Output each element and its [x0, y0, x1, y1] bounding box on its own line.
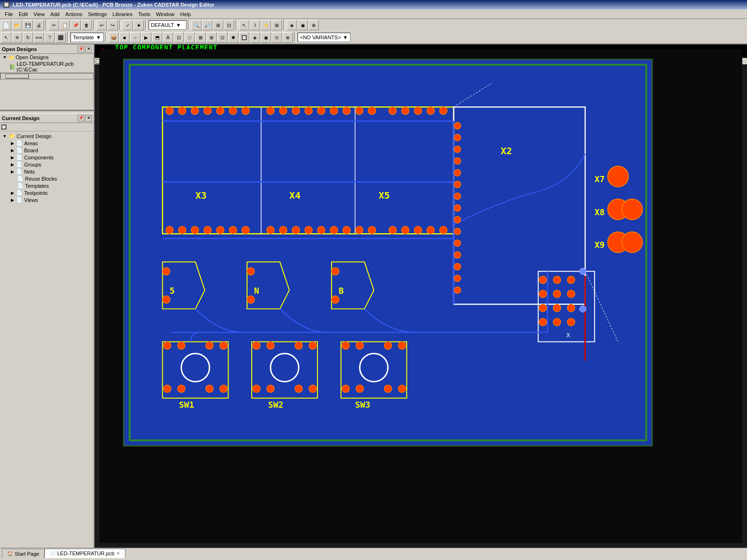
- svg-point-42: [178, 107, 186, 114]
- cdt-components[interactable]: ▶ 📄 Components: [1, 154, 93, 161]
- current-design-pin-btn[interactable]: 📌: [78, 115, 84, 122]
- svg-point-94: [454, 252, 461, 258]
- btn-misc3[interactable]: ⊗: [308, 20, 319, 30]
- cdt-testpoints[interactable]: ▶ 📄 Testpoints: [1, 189, 93, 196]
- cdt-areas-expand: ▶: [9, 140, 15, 146]
- svg-point-22: [580, 306, 586, 312]
- btn-mirror[interactable]: ⟺: [34, 32, 44, 43]
- btn-select[interactable]: ↖: [239, 20, 249, 30]
- btn-zoom-in[interactable]: 🔍: [191, 20, 202, 30]
- cdt-root-folder-icon: 📁: [9, 133, 15, 139]
- btn-t5[interactable]: ⊡: [174, 32, 184, 43]
- menu-actions[interactable]: Actions: [62, 10, 85, 18]
- open-designs-root[interactable]: ▼ 📁 Open Designs: [0, 54, 94, 61]
- menu-help[interactable]: Help: [177, 10, 194, 18]
- menu-libraries[interactable]: Libraries: [110, 10, 135, 18]
- cdt-views[interactable]: ▶ 📄 Views: [1, 196, 93, 203]
- pcb-canvas[interactable]: X3 X4 X5 X2 X7 X8 X6 X9 X1: [99, 49, 742, 543]
- btn-rotate[interactable]: ↻: [23, 32, 33, 43]
- btn-zoom-area[interactable]: ⊡: [224, 20, 234, 30]
- cdt-testpoints-expand: ▶: [9, 190, 15, 196]
- tab-pcb[interactable]: 📄 LED-TEMPERATUR.pcb ✕: [44, 549, 125, 558]
- btn-t4[interactable]: ⬒: [152, 32, 162, 43]
- btn-zoom-out[interactable]: 🔎: [202, 20, 212, 30]
- pcb-file-icon: 📗: [9, 64, 15, 70]
- cdt-reuse-blocks[interactable]: 📄 Reuse Blocks: [1, 175, 93, 182]
- btn-copy[interactable]: 📋: [60, 20, 70, 30]
- btn-undo[interactable]: ↩: [97, 20, 107, 30]
- btn-t12[interactable]: ◈: [250, 32, 260, 43]
- panel-close-btn[interactable]: ✕: [85, 46, 92, 52]
- btn-t3[interactable]: ▶: [141, 32, 151, 43]
- btn-print[interactable]: 🖨: [34, 20, 44, 30]
- btn-t14[interactable]: ⊙: [272, 32, 282, 43]
- btn-open[interactable]: 📂: [12, 20, 22, 30]
- btn-redo[interactable]: ↪: [107, 20, 118, 30]
- menu-add[interactable]: Add: [47, 10, 62, 18]
- btn-check[interactable]: ✓: [123, 20, 133, 30]
- sep9: [105, 33, 107, 42]
- current-design-close-btn[interactable]: ✕: [85, 115, 92, 122]
- dropdown-template[interactable]: Template ▼: [70, 33, 104, 42]
- btn-save[interactable]: 💾: [23, 20, 33, 30]
- btn-align[interactable]: ⊤: [44, 32, 55, 43]
- cdt-board[interactable]: ▶ 📄 Board: [1, 147, 93, 154]
- btn-route[interactable]: ⌇: [250, 20, 260, 30]
- svg-point-80: [414, 226, 422, 234]
- btn-new[interactable]: 📄: [1, 20, 11, 30]
- btn-t11[interactable]: 🔲: [239, 32, 249, 43]
- current-design-tree: ▼ 📁 Current Design ▶ 📄 Areas ▶ 📄 Board: [0, 131, 94, 204]
- menu-view[interactable]: View: [31, 10, 48, 18]
- menu-edit[interactable]: Edit: [16, 10, 31, 18]
- pcb-area[interactable]: X3 X4 X5 X2 X7 X8 X6 X9 X1: [95, 44, 747, 548]
- btn-misc2[interactable]: ◉: [298, 20, 308, 30]
- btn-comp-add[interactable]: 📦: [108, 32, 119, 43]
- btn-t13[interactable]: ◉: [261, 32, 271, 43]
- menu-window[interactable]: Window: [153, 10, 177, 18]
- cdt-nets[interactable]: ▶ 📄 Nets: [1, 168, 93, 175]
- dropdown-default[interactable]: DEFAULT ▼: [149, 20, 186, 30]
- btn-zoom-fit[interactable]: ⊞: [213, 20, 223, 30]
- panel-pin-btn[interactable]: 📌: [78, 46, 84, 52]
- btn-star[interactable]: ★: [133, 20, 144, 30]
- btn-misc1[interactable]: ◈: [287, 20, 297, 30]
- svg-rect-8: [163, 342, 228, 398]
- open-designs-file[interactable]: 📗 LED-TEMPERATUR.pcb (C:\ECac: [0, 61, 94, 73]
- btn-cut[interactable]: ✂: [49, 20, 59, 30]
- btn-paste[interactable]: 📌: [70, 20, 81, 30]
- menu-settings[interactable]: Settings: [85, 10, 110, 18]
- pcb-board[interactable]: X3 X4 X5 X2 X7 X8 X6 X9 X1: [123, 59, 653, 446]
- menu-file[interactable]: File: [2, 10, 16, 18]
- dropdown-default-label: DEFAULT: [151, 22, 174, 28]
- btn-t2[interactable]: ○: [130, 32, 141, 43]
- btn-t9[interactable]: ⊡: [217, 32, 228, 43]
- cdt-areas[interactable]: ▶ 📄 Areas: [1, 140, 93, 147]
- btn-drc[interactable]: ⚡: [261, 20, 271, 30]
- btn-t6[interactable]: □: [185, 32, 195, 43]
- btn-delete[interactable]: 🗑: [81, 20, 92, 30]
- cdt-nets-icon: 📄: [16, 168, 23, 175]
- tab-start[interactable]: 🏠 Start Page: [2, 549, 44, 558]
- cdt-groups[interactable]: ▶ 📄 Groups: [1, 161, 93, 168]
- svg-point-121: [177, 385, 185, 393]
- btn-text[interactable]: A: [163, 32, 173, 43]
- btn-t15[interactable]: ⊗: [282, 32, 293, 43]
- open-designs-scrollbar[interactable]: [0, 73, 94, 79]
- btn-t1[interactable]: ■: [119, 32, 130, 43]
- btn-group[interactable]: ⬛: [55, 32, 66, 43]
- pcb-tab-close[interactable]: ✕: [116, 551, 120, 556]
- dropdown-variants[interactable]: <NO VARIANTS> ▼: [298, 33, 351, 42]
- btn-t10[interactable]: ✱: [228, 32, 238, 43]
- svg-point-46: [229, 107, 237, 114]
- btn-t7[interactable]: ⊠: [195, 32, 206, 43]
- scroll-thumb[interactable]: [5, 74, 29, 79]
- btn-move[interactable]: ✛: [12, 32, 22, 43]
- btn-t8[interactable]: ⊞: [206, 32, 217, 43]
- menu-tools[interactable]: Tools: [135, 10, 153, 18]
- svg-point-47: [242, 107, 249, 114]
- btn-sel-all[interactable]: ↖: [1, 32, 11, 43]
- cdt-templates[interactable]: 📄 Templates: [1, 182, 93, 189]
- svg-point-83: [454, 122, 461, 129]
- cdt-root[interactable]: ▼ 📁 Current Design: [1, 132, 93, 140]
- btn-grid[interactable]: ⊞: [272, 20, 282, 30]
